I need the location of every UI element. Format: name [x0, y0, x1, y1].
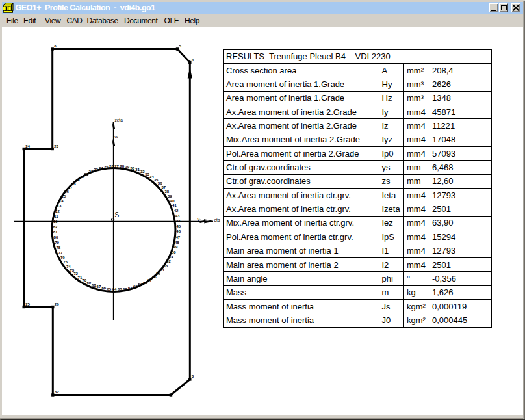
- svg-text:72: 72: [73, 272, 78, 276]
- svg-text:40: 40: [170, 199, 175, 203]
- svg-text:31: 31: [135, 168, 140, 172]
- svg-text:75: 75: [63, 260, 68, 264]
- svg-text:11: 11: [54, 215, 58, 218]
- svg-text:50: 50: [172, 250, 176, 254]
- svg-text:17: 17: [68, 186, 72, 190]
- svg-text:46: 46: [176, 230, 181, 233]
- svg-text:53: 53: [163, 264, 168, 268]
- svg-text:51: 51: [169, 255, 173, 259]
- svg-text:6: 6: [54, 44, 57, 48]
- svg-text:13: 13: [57, 204, 62, 208]
- svg-text:74: 74: [66, 265, 71, 269]
- svg-text:68: 68: [92, 283, 96, 287]
- svg-text:23: 23: [94, 168, 98, 172]
- svg-text:12: 12: [55, 209, 60, 213]
- svg-text:82: 82: [53, 225, 58, 229]
- svg-text:55: 55: [156, 272, 160, 276]
- svg-text:y: y: [198, 217, 200, 222]
- svg-text:42: 42: [174, 209, 179, 213]
- svg-text:81: 81: [53, 230, 58, 234]
- svg-text:73: 73: [70, 269, 74, 272]
- svg-text:32: 32: [140, 170, 145, 174]
- svg-text:18: 18: [71, 182, 76, 186]
- svg-text:4: 4: [192, 58, 194, 62]
- svg-text:45: 45: [177, 224, 181, 228]
- svg-text:49: 49: [173, 245, 178, 249]
- svg-text:S: S: [115, 211, 120, 218]
- svg-text:43: 43: [175, 214, 180, 218]
- svg-text:64: 64: [112, 287, 117, 291]
- svg-text:w: w: [114, 135, 119, 139]
- svg-text:27: 27: [114, 164, 119, 168]
- svg-text:70: 70: [82, 278, 86, 282]
- svg-text:65: 65: [107, 287, 112, 291]
- svg-text:58: 58: [143, 281, 147, 285]
- svg-text:59: 59: [138, 283, 143, 287]
- svg-text:47: 47: [176, 235, 181, 239]
- svg-text:39: 39: [168, 194, 172, 198]
- svg-text:69: 69: [86, 281, 91, 285]
- svg-text:26: 26: [55, 302, 59, 306]
- svg-text:15: 15: [62, 194, 66, 198]
- svg-text:zeta: zeta: [115, 118, 123, 122]
- svg-text:24: 24: [25, 144, 30, 148]
- svg-text:60: 60: [133, 285, 138, 289]
- svg-text:10: 10: [53, 220, 58, 224]
- svg-text:30: 30: [131, 166, 135, 170]
- svg-text:22: 22: [89, 170, 94, 174]
- svg-text:67: 67: [97, 285, 101, 289]
- svg-text:25: 25: [25, 302, 30, 306]
- svg-text:61: 61: [128, 286, 133, 290]
- svg-text:63: 63: [118, 287, 122, 291]
- svg-text:80: 80: [54, 235, 58, 239]
- svg-text:23: 23: [54, 144, 58, 148]
- svg-text:41: 41: [172, 203, 177, 207]
- svg-text:66: 66: [102, 286, 107, 290]
- svg-text:77: 77: [58, 251, 62, 255]
- svg-text:26: 26: [109, 164, 114, 168]
- svg-text:44: 44: [176, 219, 181, 223]
- svg-text:79: 79: [55, 241, 59, 244]
- svg-text:28: 28: [120, 164, 124, 168]
- svg-text:78: 78: [57, 246, 61, 250]
- svg-text:38: 38: [164, 190, 169, 194]
- svg-text:5: 5: [179, 44, 182, 48]
- svg-text:76: 76: [60, 256, 65, 259]
- svg-text:14: 14: [59, 199, 64, 203]
- svg-text:37: 37: [161, 185, 166, 189]
- svg-text:29: 29: [125, 165, 130, 169]
- svg-text:71: 71: [78, 276, 83, 280]
- svg-text:48: 48: [175, 241, 179, 244]
- svg-text:52: 52: [166, 259, 171, 263]
- svg-text:54: 54: [160, 268, 164, 272]
- svg-text:3: 3: [192, 374, 194, 378]
- svg-text:16: 16: [64, 190, 69, 194]
- svg-text:62: 62: [123, 287, 127, 291]
- svg-text:57: 57: [147, 278, 152, 282]
- svg-text:32: 32: [55, 390, 59, 394]
- svg-text:56: 56: [152, 275, 157, 279]
- svg-text:eta: eta: [214, 218, 220, 222]
- svg-text:25: 25: [104, 165, 109, 169]
- svg-text:24: 24: [99, 166, 103, 170]
